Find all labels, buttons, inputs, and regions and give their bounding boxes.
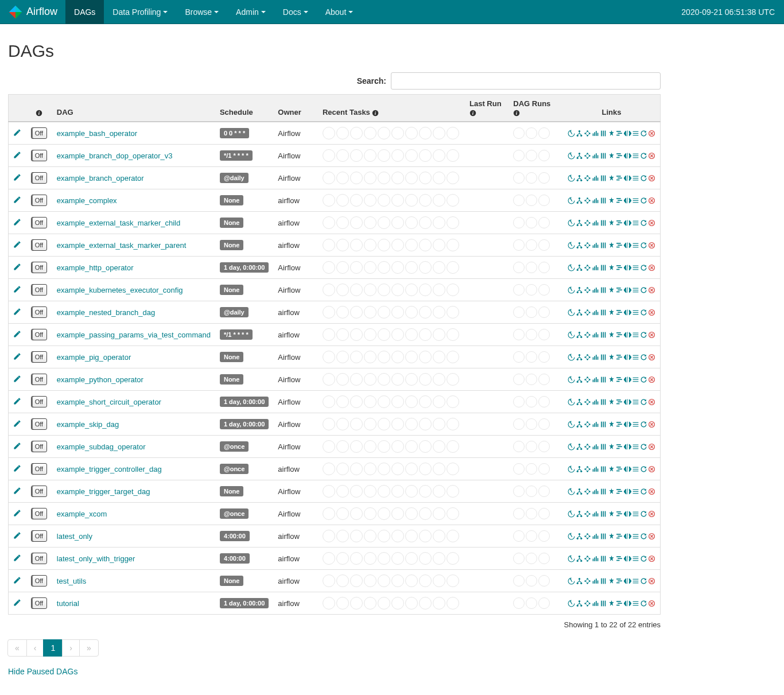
trigger-dag-icon[interactable]: [568, 130, 575, 137]
status-circle[interactable]: [419, 351, 432, 363]
edit-dag-icon[interactable]: [13, 600, 21, 608]
pause-toggle[interactable]: Off: [31, 575, 47, 587]
status-circle[interactable]: [513, 217, 525, 228]
logs-icon[interactable]: [632, 309, 639, 316]
status-circle[interactable]: [513, 553, 525, 564]
status-circle[interactable]: [391, 351, 404, 363]
code-icon[interactable]: [624, 533, 631, 540]
graph-view-icon[interactable]: [584, 465, 591, 473]
schedule-badge[interactable]: 1 day, 0:00:00: [220, 419, 269, 429]
status-circle[interactable]: [336, 418, 349, 430]
graph-view-icon[interactable]: [584, 242, 591, 249]
status-circle[interactable]: [447, 440, 459, 453]
task-duration-icon[interactable]: [592, 421, 599, 428]
graph-view-icon[interactable]: [584, 130, 591, 137]
status-circle[interactable]: [538, 486, 550, 497]
logs-icon[interactable]: [632, 443, 639, 451]
logs-icon[interactable]: [632, 242, 639, 249]
status-circle[interactable]: [513, 195, 525, 206]
pause-toggle[interactable]: Off: [31, 195, 47, 206]
graph-view-icon[interactable]: [584, 443, 591, 451]
schedule-badge[interactable]: 4:00:00: [220, 553, 250, 564]
status-circle[interactable]: [405, 463, 418, 475]
status-circle[interactable]: [538, 441, 550, 452]
dag-link[interactable]: tutorial: [57, 599, 79, 608]
status-circle[interactable]: [323, 552, 335, 565]
dag-link[interactable]: example_external_task_marker_child: [57, 219, 180, 227]
status-circle[interactable]: [433, 507, 445, 520]
status-circle[interactable]: [526, 508, 537, 519]
refresh-icon[interactable]: [640, 600, 647, 607]
status-circle[interactable]: [391, 530, 404, 542]
tree-view-icon[interactable]: [576, 465, 583, 473]
status-circle[interactable]: [538, 553, 550, 564]
status-circle[interactable]: [323, 306, 335, 319]
status-circle[interactable]: [405, 306, 418, 319]
status-circle[interactable]: [323, 351, 335, 363]
code-icon[interactable]: [624, 398, 631, 406]
status-circle[interactable]: [513, 150, 525, 161]
status-circle[interactable]: [526, 396, 537, 407]
task-tries-icon[interactable]: [600, 421, 607, 428]
page-1[interactable]: 1: [44, 640, 62, 656]
status-circle[interactable]: [378, 306, 390, 319]
status-circle[interactable]: [447, 172, 459, 184]
dag-link[interactable]: example_kubernetes_executor_config: [57, 286, 183, 294]
status-circle[interactable]: [378, 172, 390, 184]
pause-toggle[interactable]: Off: [31, 172, 47, 184]
status-circle[interactable]: [323, 284, 335, 296]
landing-times-icon[interactable]: [608, 555, 615, 562]
info-icon[interactable]: i: [469, 108, 476, 117]
status-circle[interactable]: [526, 284, 537, 296]
status-circle[interactable]: [336, 149, 349, 162]
status-circle[interactable]: [433, 552, 445, 565]
delete-dag-icon[interactable]: [648, 354, 655, 361]
logs-icon[interactable]: [632, 465, 639, 473]
status-circle[interactable]: [447, 373, 459, 386]
status-circle[interactable]: [513, 374, 525, 385]
status-circle[interactable]: [419, 172, 432, 184]
graph-view-icon[interactable]: [584, 174, 591, 182]
landing-times-icon[interactable]: [608, 264, 615, 271]
dag-link[interactable]: example_short_circuit_operator: [57, 398, 161, 406]
tree-view-icon[interactable]: [576, 309, 583, 316]
delete-dag-icon[interactable]: [648, 488, 655, 495]
status-circle[interactable]: [433, 172, 445, 184]
code-icon[interactable]: [624, 152, 631, 160]
status-circle[interactable]: [350, 149, 363, 162]
task-duration-icon[interactable]: [592, 555, 599, 562]
landing-times-icon[interactable]: [608, 331, 615, 339]
gantt-icon[interactable]: [616, 577, 623, 585]
gantt-icon[interactable]: [616, 264, 623, 271]
status-circle[interactable]: [538, 396, 550, 407]
page-last[interactable]: »: [80, 640, 98, 656]
status-circle[interactable]: [336, 440, 349, 453]
pause-toggle[interactable]: Off: [31, 262, 47, 273]
status-circle[interactable]: [323, 530, 335, 542]
status-circle[interactable]: [364, 351, 377, 363]
status-circle[interactable]: [419, 194, 432, 207]
status-circle[interactable]: [419, 574, 432, 587]
status-circle[interactable]: [350, 261, 363, 274]
delete-dag-icon[interactable]: [648, 309, 655, 316]
status-circle[interactable]: [336, 261, 349, 274]
status-circle[interactable]: [391, 507, 404, 520]
edit-dag-icon[interactable]: [13, 174, 21, 183]
status-circle[interactable]: [447, 194, 459, 207]
schedule-badge[interactable]: 0 0 * * *: [220, 128, 249, 138]
status-circle[interactable]: [350, 284, 363, 296]
status-circle[interactable]: [447, 463, 459, 475]
status-circle[interactable]: [378, 351, 390, 363]
logs-icon[interactable]: [632, 197, 639, 204]
status-circle[interactable]: [538, 463, 550, 475]
status-circle[interactable]: [538, 262, 550, 273]
logs-icon[interactable]: [632, 264, 639, 271]
refresh-icon[interactable]: [640, 510, 647, 518]
status-circle[interactable]: [350, 351, 363, 363]
status-circle[interactable]: [419, 239, 432, 251]
delete-dag-icon[interactable]: [648, 421, 655, 428]
task-duration-icon[interactable]: [592, 510, 599, 518]
status-circle[interactable]: [378, 440, 390, 453]
schedule-badge[interactable]: @daily: [220, 173, 249, 183]
status-circle[interactable]: [323, 261, 335, 274]
